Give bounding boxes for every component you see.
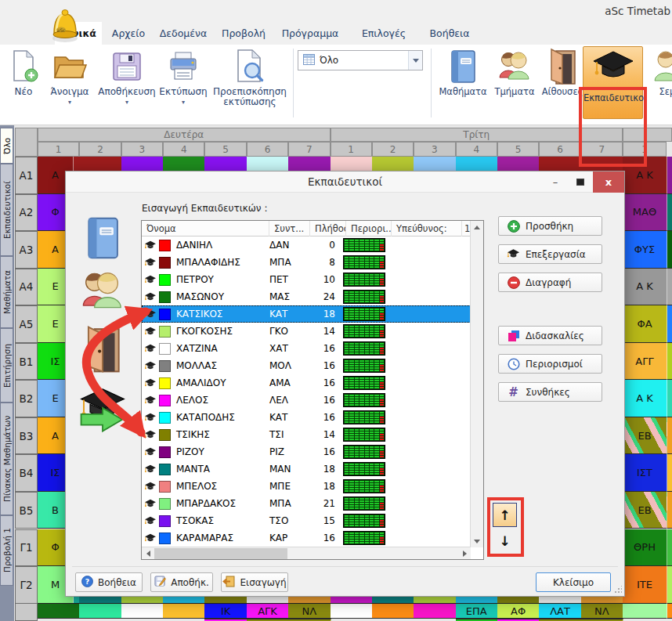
print-preview-button[interactable]: Προεπισκόπηση εκτύπωσης <box>210 47 290 119</box>
timetable-cell[interactable] <box>372 603 414 619</box>
timetable-cell[interactable]: ΑΓΓ <box>623 343 667 381</box>
timetable-cell[interactable]: ΜΑΘ <box>623 194 667 232</box>
side-tab-mathimata[interactable]: Μαθήματα <box>0 256 13 328</box>
timetable-cell[interactable] <box>667 603 672 619</box>
classes-button[interactable]: Τμήματα <box>490 47 539 119</box>
timetable-cell[interactable] <box>38 603 80 619</box>
row-header[interactable]: Β3 <box>15 417 38 455</box>
save-small-button[interactable]: Αποθήκ. <box>150 572 213 592</box>
timetable-cell[interactable] <box>667 231 672 269</box>
row-header[interactable]: Α4 <box>15 269 38 306</box>
sidebar-subjects-icon[interactable] <box>77 214 128 262</box>
tab-voitheia[interactable]: Βοήθεια <box>423 22 476 45</box>
delete-button[interactable]: Διαγραφή <box>498 273 602 292</box>
timetable-cell[interactable]: ΙΤΕ <box>623 566 667 604</box>
timetable-cell[interactable] <box>79 603 121 619</box>
edit-button[interactable]: Επεξεργασία <box>498 244 602 264</box>
row-header[interactable]: Β1 <box>15 343 38 381</box>
subjects-button[interactable]: Μαθήματα <box>437 47 489 119</box>
save-button[interactable]: Αποθήκευση ▾ <box>97 47 157 119</box>
timetable-cell[interactable] <box>667 269 672 306</box>
row-header[interactable]: Β2 <box>15 380 38 417</box>
teacher-row[interactable]: ΚΑΤΑΠΟΔΗΣ ΚΑΤ 16 <box>142 409 471 426</box>
timetable-cell[interactable] <box>121 603 164 619</box>
timetable-cell[interactable]: ΛΑΤ <box>539 603 581 619</box>
view-select-dropdown[interactable] <box>408 51 422 70</box>
teacher-row[interactable]: ΡΙΖΟΥ ΡΙΖ 16 <box>142 443 471 460</box>
rooms-button[interactable]: Αίθουσες <box>540 47 584 119</box>
asc-bell-logo[interactable]: aSc <box>44 4 86 45</box>
col-name[interactable]: Όνομα <box>142 221 269 236</box>
timetable-cell[interactable] <box>667 566 672 604</box>
timetable-cell[interactable] <box>667 380 672 417</box>
side-tab-epitirisi[interactable]: Επιτήρηση <box>0 328 13 403</box>
teacher-row[interactable]: ΤΣΟΚΑΣ ΤΣΟ 15 <box>142 512 471 529</box>
timetable-cell[interactable]: ΑΦ <box>497 603 540 619</box>
timetable-cell[interactable] <box>667 492 672 529</box>
timetable-cell[interactable] <box>667 194 672 232</box>
dialog-titlebar[interactable]: Εκπαιδευτικοί – x <box>66 171 624 193</box>
sidebar-teachers-swap-icon[interactable] <box>77 385 128 433</box>
open-button[interactable]: Άνοιγμα ▾ <box>44 47 96 119</box>
timetable-cell[interactable] <box>163 603 205 619</box>
row-header[interactable] <box>15 603 38 621</box>
timetable-cell[interactable]: ΙΚ <box>204 603 247 619</box>
help-button[interactable]: ? Βοήθεια <box>75 572 143 592</box>
timetable-cell[interactable]: Α Κ <box>623 157 667 194</box>
side-tab-provoli1[interactable]: Προβολή 1 <box>0 515 13 586</box>
tab-archeio[interactable]: Αρχείο <box>107 22 150 45</box>
teacher-row[interactable]: ΜΟΛΛΑΣ ΜΟΛ 16 <box>142 357 471 374</box>
teacher-row[interactable]: ΚΑΤΣΙΚΟΣ ΚΑΤ 18 <box>142 305 471 323</box>
teacher-row[interactable]: ΛΕΛΟΣ ΛΕΛ 16 <box>142 392 471 409</box>
vertical-scrollbar[interactable] <box>470 221 483 547</box>
side-tab-olo[interactable]: Όλο <box>0 128 13 164</box>
teacher-row[interactable]: ΔΑΝΙΗΛ ΔΑΝ 0 <box>142 236 471 254</box>
row-header[interactable]: Γ1 <box>15 529 38 567</box>
row-header[interactable]: Γ2 <box>15 566 38 604</box>
side-tab-pinakas[interactable]: Πίνακας Μαθημάτων <box>0 403 13 515</box>
timetable-cell[interactable] <box>667 305 672 343</box>
import-button[interactable]: Εισαγωγή <box>221 572 288 592</box>
tab-provoli[interactable]: Προβολή <box>218 22 269 45</box>
timetable-cell[interactable] <box>667 343 672 381</box>
col-supervisor[interactable]: Υπεύθυνος: <box>392 221 462 236</box>
side-tab-ekpaideutikoi[interactable]: Εκπαιδευτικοί <box>0 164 13 256</box>
timetable-cell[interactable]: ΦΑ <box>623 305 667 343</box>
timetable-cell[interactable] <box>331 603 373 619</box>
sidebar-rooms-icon[interactable] <box>77 325 128 374</box>
row-header[interactable]: Β4 <box>15 454 38 492</box>
timetable-cell[interactable]: ΕΠΑ <box>456 603 498 619</box>
scroll-down-button[interactable] <box>471 535 483 547</box>
add-button[interactable]: Προσθήκη <box>498 216 602 236</box>
save-dropdown-caret[interactable]: ▾ <box>97 99 157 106</box>
timetable-cell[interactable]: ΑΓΚ <box>247 603 289 619</box>
tab-epiloges[interactable]: Επιλογές <box>354 22 414 45</box>
teacher-row[interactable]: ΧΑΤΖΙΝΑ ΧΑΤ 16 <box>142 340 471 357</box>
seminars-button[interactable]: Σεμ <box>650 47 672 119</box>
timetable-cell[interactable]: ΕΒ <box>623 492 667 529</box>
conditions-button[interactable]: # Συνθήκες <box>498 382 602 402</box>
row-header[interactable]: Α5 <box>15 305 38 343</box>
scroll-right-button[interactable] <box>458 547 471 559</box>
row-header[interactable]: Α2 <box>15 194 38 232</box>
col-constraints[interactable]: Περιορι... <box>346 221 392 236</box>
scroll-up-button[interactable] <box>471 221 483 233</box>
lessons-button[interactable]: Διδασκαλίες <box>498 326 602 345</box>
resize-grip[interactable] <box>614 586 622 594</box>
timetable-cell[interactable]: ΦΥΣ <box>623 231 667 269</box>
sidebar-classes-icon[interactable] <box>77 267 128 316</box>
teacher-row[interactable]: ΤΣΙΚΗΣ ΤΣΙ 14 <box>142 426 471 443</box>
teacher-row[interactable]: ΜΠΑΡΔΑΚΟΣ ΜΠΑ 21 <box>142 495 471 512</box>
print-button[interactable]: Εκτύπωση ▾ <box>158 47 208 119</box>
scroll-left-button[interactable] <box>142 547 154 559</box>
move-down-button[interactable]: ↓ <box>493 529 517 553</box>
row-header[interactable]: Β5 <box>15 492 38 529</box>
timetable-cell[interactable] <box>623 603 667 619</box>
timetable-cell[interactable]: ΙΣΤ <box>623 454 667 492</box>
timetable-cell[interactable]: ΘΡΗ <box>623 529 667 567</box>
timetable-cell[interactable]: Α Κ <box>623 269 667 306</box>
col-count[interactable]: Πλήθος <box>310 221 346 236</box>
teacher-row[interactable]: ΜΑΣΩΝΟΥ ΜΑΣ 24 <box>142 288 471 305</box>
teacher-row[interactable]: ΚΑΡΑΜΑΡΑΣ ΚΑΡ 16 <box>142 529 471 547</box>
minimize-button[interactable]: – <box>543 171 568 193</box>
